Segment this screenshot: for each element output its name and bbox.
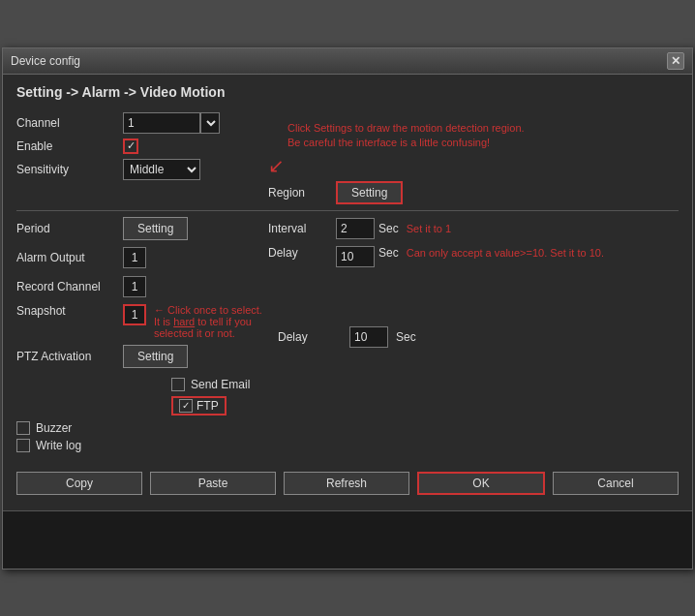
period-row: Period Setting [16, 217, 268, 240]
arrow-icon: ↙ [268, 154, 679, 177]
ptz-setting-button[interactable]: Setting [123, 345, 188, 368]
snapshot-label: Snapshot [16, 304, 123, 318]
ptz-delay-sec: Sec [396, 330, 416, 344]
channel-input[interactable] [123, 112, 200, 134]
ptz-label: PTZ Activation [16, 350, 123, 363]
delay-input[interactable] [336, 246, 375, 267]
spacer-row-2 [268, 300, 679, 325]
enable-row: Enable [16, 135, 268, 158]
region-setting-button[interactable]: Setting [336, 181, 403, 204]
delay-sec: Sec [378, 246, 399, 260]
send-email-checkbox[interactable] [171, 378, 185, 391]
device-config-window: Device config ✕ Setting -> Alarm -> Vide… [2, 47, 693, 570]
bottom-strip [3, 510, 692, 569]
sensitivity-select[interactable]: Low Middle High [123, 159, 200, 180]
record-channel-label: Record Channel [16, 280, 123, 293]
period-label: Period [16, 222, 123, 235]
alarm-output-label: Alarm Output [16, 251, 123, 264]
snapshot-value[interactable]: 1 [123, 304, 146, 325]
divider-1 [16, 210, 679, 211]
writelog-label: Write log [36, 439, 81, 452]
ptz-delay-input[interactable] [349, 326, 388, 348]
record-channel-row: Record Channel 1 [16, 275, 268, 298]
ftp-label: FTP [196, 399, 219, 413]
channel-dropdown[interactable]: 1 [200, 112, 220, 134]
left-fields: Channel 1 Enable Sensitivity [16, 111, 268, 181]
interval-note: Set it to 1 [407, 223, 451, 234]
delay-label: Delay [268, 246, 336, 260]
sensitivity-row: Sensitivity Low Middle High [16, 158, 268, 181]
channel-row: Channel 1 [16, 111, 268, 135]
alarm-output-row: Alarm Output 1 [16, 246, 268, 269]
ftp-checkbox[interactable] [179, 399, 193, 413]
writelog-checkbox[interactable] [16, 439, 30, 452]
col-right: Interval Sec Set it to 1 Delay Sec Can o… [268, 217, 679, 374]
ptz-delay-label: Delay [278, 330, 346, 344]
spacer-row-1 [268, 275, 679, 300]
buzzer-checkbox[interactable] [16, 421, 30, 435]
ptz-delay-row: Delay Sec [278, 325, 679, 349]
extra-checkboxes: Buzzer Write log [16, 421, 679, 452]
refresh-button[interactable]: Refresh [284, 472, 409, 495]
delay-row: Delay Sec Can only accept a value>=10. S… [268, 246, 679, 269]
sensitivity-label: Sensitivity [16, 163, 123, 176]
top-section: Channel 1 Enable Sensitivity [16, 111, 679, 181]
buzzer-label: Buzzer [36, 421, 72, 435]
paste-button[interactable]: Paste [150, 472, 276, 495]
content-area: Setting -> Alarm -> Video Motion Channel… [3, 75, 692, 505]
two-col-section: Period Setting Alarm Output 1 Record Cha… [16, 217, 679, 374]
footer-buttons: Copy Paste Refresh OK Cancel [16, 462, 679, 495]
breadcrumb: Setting -> Alarm -> Video Motion [16, 84, 679, 100]
enable-label: Enable [16, 139, 123, 153]
bottom-section: Send Email FTP [16, 378, 679, 416]
ftp-row: FTP [171, 396, 679, 416]
alarm-output-value[interactable]: 1 [123, 247, 146, 268]
ptz-row: PTZ Activation Setting [16, 345, 268, 368]
interval-input[interactable] [336, 218, 375, 239]
region-label: Region [268, 186, 336, 200]
interval-label: Interval [268, 222, 336, 235]
record-channel-value[interactable]: 1 [123, 276, 146, 297]
delay-note: Can only accept a value>=10. Set it to 1… [407, 246, 604, 260]
writelog-row: Write log [16, 439, 679, 452]
interval-row: Interval Sec Set it to 1 [268, 217, 679, 240]
ftp-box: FTP [171, 396, 227, 416]
channel-label: Channel [16, 116, 123, 130]
snapshot-note: ← Click once to select. It is hard to te… [154, 304, 268, 339]
close-button[interactable]: ✕ [667, 52, 684, 70]
cancel-button[interactable]: Cancel [553, 472, 679, 495]
region-row: Region Setting [16, 181, 679, 204]
enable-checkbox[interactable] [123, 139, 138, 154]
buzzer-row: Buzzer [16, 421, 679, 435]
send-email-row: Send Email [171, 378, 679, 391]
send-email-label: Send Email [191, 378, 250, 391]
ok-button[interactable]: OK [417, 472, 545, 495]
title-bar: Device config ✕ [3, 48, 692, 75]
col-left: Period Setting Alarm Output 1 Record Cha… [16, 217, 268, 374]
window-title: Device config [11, 54, 80, 68]
copy-button[interactable]: Copy [16, 472, 142, 495]
interval-sec: Sec [378, 222, 399, 235]
snapshot-row: Snapshot 1 ← Click once to select. It is… [16, 304, 268, 339]
note-line2: Be careful the interface is a little con… [287, 136, 679, 150]
right-note: Click Settings to draw the motion detect… [278, 111, 679, 181]
note-line1: Click Settings to draw the motion detect… [287, 121, 679, 136]
note-container: Click Settings to draw the motion detect… [287, 121, 679, 178]
channel-select-wrap: 1 [123, 112, 220, 134]
period-setting-button[interactable]: Setting [123, 217, 188, 240]
